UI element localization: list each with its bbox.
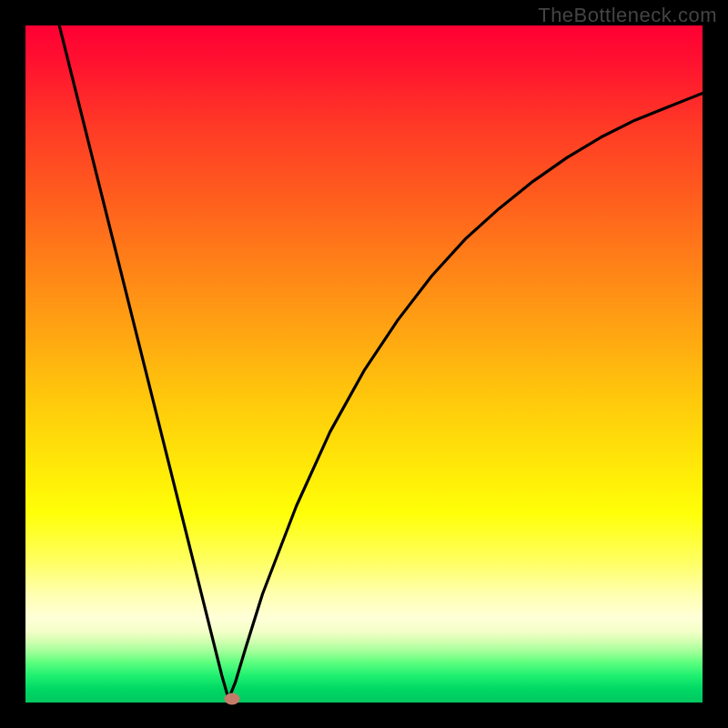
watermark-text: TheBottleneck.com	[538, 4, 717, 27]
bottleneck-curve	[25, 0, 703, 699]
plot-frame	[25, 25, 703, 703]
minimum-marker-icon	[224, 693, 239, 705]
curve-svg	[25, 25, 703, 703]
